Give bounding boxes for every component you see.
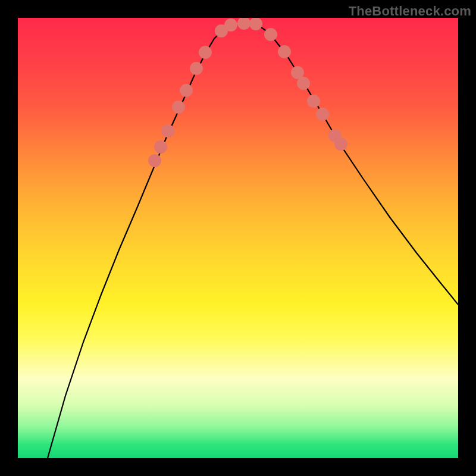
marker-group	[148, 18, 347, 167]
marker-dot	[316, 108, 329, 121]
marker-dot	[190, 62, 203, 75]
marker-dot	[278, 45, 291, 58]
chart-plot-area	[18, 18, 458, 458]
right-curve	[256, 24, 458, 305]
chart-svg	[18, 18, 458, 458]
marker-dot	[180, 84, 193, 97]
marker-dot	[161, 124, 174, 137]
marker-dot	[307, 95, 320, 108]
marker-dot	[199, 46, 212, 59]
marker-dot	[148, 154, 161, 167]
marker-dot	[334, 137, 347, 151]
marker-dot	[237, 18, 250, 30]
watermark-text: TheBottleneck.com	[349, 4, 471, 19]
marker-dot	[224, 18, 237, 32]
marker-dot	[297, 77, 310, 90]
marker-dot	[264, 28, 277, 41]
marker-dot	[249, 18, 262, 30]
left-curve	[48, 24, 232, 458]
marker-dot	[172, 101, 185, 114]
marker-dot	[154, 140, 167, 154]
